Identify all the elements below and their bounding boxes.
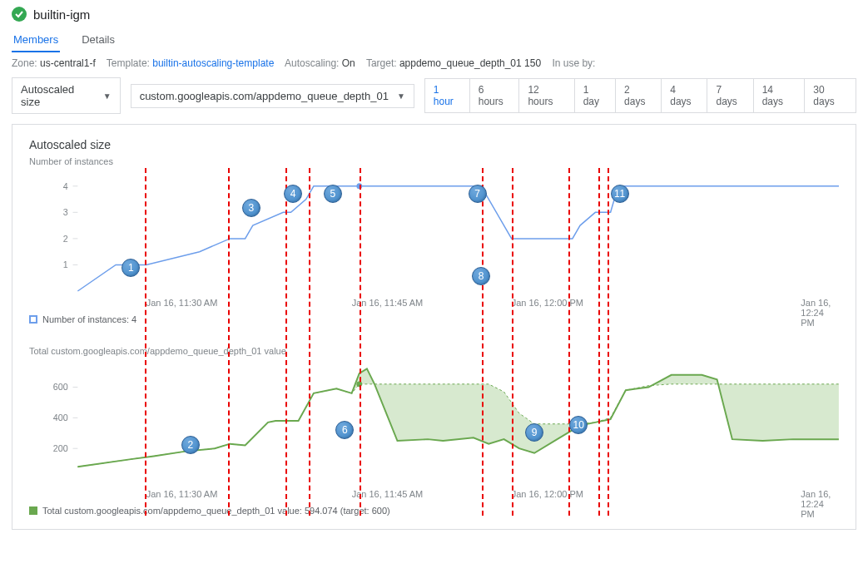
x-tick: Jan 16, 11:45 AM [352,298,424,308]
target-value: appdemo_queue_depth_01 150 [399,57,541,69]
svg-point-15 [356,381,362,387]
time-range-4-days[interactable]: 4 days [662,79,707,112]
time-range-14-days[interactable]: 14 days [754,79,806,112]
chart1-subtitle: Number of instances [29,156,839,166]
time-range-1-hour[interactable]: 1 hour [425,79,470,112]
svg-text:600: 600 [53,382,68,392]
time-range-30-days[interactable]: 30 days [805,79,856,112]
svg-text:1: 1 [63,259,68,269]
svg-text:400: 400 [53,413,68,422]
chart2-title: Total custom.googleapis.com/appdemo_queu… [29,346,839,356]
x-tick: Jan 16, 12:00 PM [512,489,583,499]
autoscaling-label: Autoscaling: [285,57,339,69]
chart1-area: 4321 [29,170,839,294]
autoscaling-value: On [342,57,355,69]
legend-swatch [29,315,37,324]
time-range-12-hours[interactable]: 12 hours [519,79,574,112]
svg-point-8 [356,183,362,189]
chart1-legend-text: Number of instances: 4 [42,314,136,324]
chart1-legend: Number of instances: 4 [29,314,839,324]
source-dropdown-label: custom.googleapis.com/appdemo_queue_dept… [140,90,389,102]
time-range-selector: 1 hour6 hours12 hours1 day2 days4 days7 … [424,78,856,113]
chart2-legend-text: Total custom.googleapis.com/appdemo_queu… [42,506,390,516]
svg-text:3: 3 [63,207,68,217]
source-dropdown[interactable]: custom.googleapis.com/appdemo_queue_dept… [131,84,414,108]
status-ok-icon [12,7,27,22]
caret-down-icon: ▼ [397,91,405,101]
time-range-7-days[interactable]: 7 days [707,79,753,112]
tab-details[interactable]: Details [80,28,117,52]
time-range-2-days[interactable]: 2 days [616,79,662,112]
tab-members[interactable]: Members [12,28,60,52]
page-title: builtin-igm [33,7,90,22]
template-label: Template: [107,57,150,69]
chart-panel: Autoscaled size Number of instances 4321… [12,124,856,530]
inuse-label: In use by: [552,57,595,69]
x-tick: Jan 16, 12:24 PM [801,298,839,328]
target-label: Target: [366,57,397,69]
x-tick: Jan 16, 11:30 AM [146,298,218,308]
chart2-x-axis: Jan 16, 11:30 AMJan 16, 11:45 AMJan 16, … [29,489,839,501]
metric-dropdown-label: Autoscaled size [21,83,95,108]
zone-label: Zone: [12,57,37,69]
x-tick: Jan 16, 12:24 PM [801,489,839,519]
legend-swatch [29,506,37,515]
svg-text:200: 200 [53,443,68,453]
template-link[interactable]: builtin-autoscaling-template [152,57,274,69]
x-tick: Jan 16, 11:45 AM [352,489,424,499]
chart1-title: Autoscaled size [29,138,839,151]
meta-row: Zone: us-central1-f Template: builtin-au… [12,57,856,69]
time-range-6-hours[interactable]: 6 hours [470,79,520,112]
svg-text:2: 2 [63,234,68,244]
time-range-1-day[interactable]: 1 day [575,79,616,112]
caret-down-icon: ▼ [103,91,112,101]
x-tick: Jan 16, 11:30 AM [146,489,218,499]
zone-value: us-central1-f [40,57,96,69]
chart2-area: 600400200 [29,361,839,486]
svg-text:4: 4 [63,181,68,191]
chart2-legend: Total custom.googleapis.com/appdemo_queu… [29,506,839,516]
metric-dropdown[interactable]: Autoscaled size ▼ [12,77,121,114]
chart1-x-axis: Jan 16, 11:30 AMJan 16, 11:45 AMJan 16, … [29,298,839,309]
x-tick: Jan 16, 12:00 PM [512,298,583,308]
